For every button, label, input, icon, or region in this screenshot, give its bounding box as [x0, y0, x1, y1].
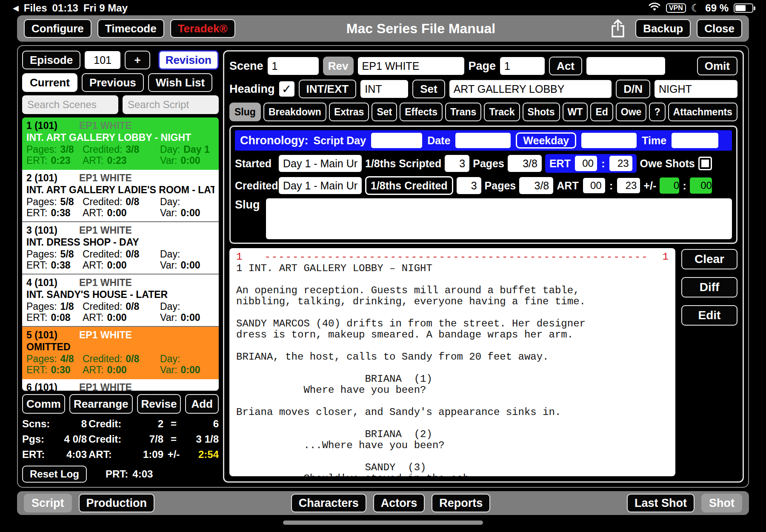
share-export-icon[interactable]	[606, 18, 629, 39]
tab--[interactable]: ?	[649, 103, 665, 121]
slug-textarea[interactable]	[266, 198, 732, 239]
scene-list-item[interactable]: 6 (101) EP1 WHITE INT. TAXI CAB - EVENIN…	[22, 379, 219, 391]
episode-button[interactable]: Episode	[22, 51, 80, 69]
variance-minutes-input[interactable]	[690, 177, 712, 194]
comm-button[interactable]: Comm	[22, 394, 65, 414]
scene-list-item[interactable]: 1 (101) EP1 WHITE INT. ART GALLERY LOBBY…	[22, 117, 219, 170]
add-episode-button[interactable]: +	[125, 51, 150, 69]
scene-list-item[interactable]: 3 (101) EP1 WHITE INT. DRESS SHOP - DAY …	[22, 222, 219, 275]
pages-credited-label: Pages	[485, 180, 516, 192]
scene-item-number: 6 (101)	[26, 382, 67, 391]
tab-previous[interactable]: Previous	[82, 73, 144, 92]
tab-slug[interactable]: Slug	[229, 103, 261, 121]
revision-color-input[interactable]	[358, 57, 464, 75]
owe-shots-checkbox[interactable]	[698, 157, 712, 170]
day-night-input[interactable]	[655, 80, 737, 98]
last-shot-button[interactable]: Last Shot	[627, 494, 695, 512]
credited-label: Credited	[235, 180, 275, 192]
revise-button[interactable]: Revise	[137, 394, 181, 414]
int-ext-input[interactable]	[360, 80, 408, 98]
scene-list-item[interactable]: 4 (101) EP1 WHITE INT. SANDY'S HOUSE - L…	[22, 275, 219, 327]
tab-owe[interactable]: Owe	[616, 103, 647, 121]
search-script-input[interactable]	[123, 95, 219, 114]
tab-current[interactable]: Current	[22, 73, 77, 92]
backup-button[interactable]: Backup	[635, 19, 691, 38]
add-scene-button[interactable]: Add	[185, 394, 219, 414]
revision-button[interactable]: Revision	[158, 50, 219, 70]
weekday-input[interactable]	[581, 133, 637, 148]
chronology-label: Chronology:	[240, 134, 308, 147]
int-ext-button[interactable]: INT/EXT	[299, 80, 357, 98]
pages-scripted-input[interactable]	[508, 155, 542, 172]
diff-button[interactable]: Diff	[681, 277, 737, 297]
day-night-button[interactable]: D/N	[616, 80, 650, 98]
tab-effects[interactable]: Effects	[400, 103, 443, 121]
started-unit-input[interactable]	[279, 155, 362, 172]
close-button[interactable]: Close	[697, 19, 742, 38]
variance-hours-input[interactable]	[660, 177, 679, 194]
tab-wish-list[interactable]: Wish List	[148, 73, 212, 92]
scene-list[interactable]: 1 (101) EP1 WHITE INT. ART GALLERY LOBBY…	[22, 117, 219, 391]
omit-button[interactable]: Omit	[697, 57, 737, 75]
episode-number-input[interactable]	[85, 51, 120, 69]
edit-button[interactable]: Edit	[681, 305, 737, 326]
production-button[interactable]: Production	[79, 494, 155, 512]
back-to-app-icon[interactable]: ◀	[13, 3, 19, 13]
page-number-input[interactable]	[500, 57, 545, 75]
art-hours-input[interactable]	[583, 178, 605, 193]
clear-button[interactable]: Clear	[681, 249, 737, 269]
ert-minutes-input[interactable]	[609, 156, 632, 171]
tab-wt[interactable]: WT	[563, 103, 588, 121]
configure-button[interactable]: Configure	[24, 19, 91, 38]
tab-set[interactable]: Set	[372, 103, 397, 121]
heading-checkbox[interactable]: ✓	[279, 81, 294, 97]
status-time: 01:13	[52, 2, 78, 14]
actors-button[interactable]: Actors	[373, 494, 425, 512]
eighths-credited-button[interactable]: 1/8ths Credited	[365, 176, 453, 195]
ert-hours-input[interactable]	[575, 156, 597, 171]
tab-trans[interactable]: Trans	[445, 103, 481, 121]
act-input[interactable]	[586, 57, 665, 75]
set-input[interactable]	[449, 80, 612, 98]
eighths-credited-input[interactable]	[457, 177, 481, 194]
reports-button[interactable]: Reports	[432, 494, 490, 512]
date-label: Date	[427, 134, 450, 147]
scene-list-item[interactable]: 5 (101) EP1 WHITE OMITTED Pages:4/8 Cred…	[22, 327, 219, 379]
shot-button[interactable]: Shot	[701, 494, 742, 512]
scene-number-input[interactable]	[268, 57, 319, 75]
pages-credited-input[interactable]	[519, 177, 553, 194]
script-mode-button[interactable]: Script	[24, 494, 72, 512]
scene-item-number: 2 (101)	[26, 172, 67, 183]
plus-minus-label: +/-	[643, 180, 656, 192]
characters-button[interactable]: Characters	[291, 494, 366, 512]
weekday-button[interactable]: Weekday	[516, 132, 576, 149]
reset-log-button[interactable]: Reset Log	[22, 466, 87, 483]
time-input[interactable]	[672, 133, 718, 148]
script-line: Should've stayed in the cab.	[236, 473, 669, 476]
timecode-button[interactable]: Timecode	[97, 19, 164, 38]
script-day-input[interactable]	[371, 133, 422, 148]
tab-shots[interactable]: Shots	[523, 103, 560, 121]
set-button[interactable]: Set	[412, 80, 445, 98]
battery-percent: 69 %	[705, 2, 729, 14]
scene-item-stats-2: ERT:0:38 ART:0:00 Var:0:00	[26, 260, 214, 271]
home-indicator[interactable]	[283, 521, 483, 525]
act-button[interactable]: Act	[549, 57, 582, 75]
back-to-app-label[interactable]: Files	[24, 2, 47, 14]
rev-button[interactable]: Rev	[323, 57, 354, 75]
tab-extras[interactable]: Extras	[329, 103, 369, 121]
eighths-scripted-input[interactable]	[445, 155, 469, 172]
tab-attachments[interactable]: Attachments	[668, 103, 737, 121]
status-date: Fri 9 May	[83, 2, 128, 14]
scene-list-item[interactable]: 2 (101) EP1 WHITE INT. ART GALLERY LADIE…	[22, 170, 219, 222]
tab-breakdown[interactable]: Breakdown	[263, 103, 326, 121]
art-minutes-input[interactable]	[617, 178, 640, 193]
teradek-button[interactable]: Teradek®	[170, 19, 235, 38]
credited-unit-input[interactable]	[279, 177, 362, 194]
rearrange-button[interactable]: Rearrange	[69, 394, 133, 414]
search-scenes-input[interactable]	[22, 95, 118, 114]
tab-track[interactable]: Track	[484, 103, 520, 121]
tab-ed[interactable]: Ed	[590, 103, 613, 121]
date-input[interactable]	[455, 133, 511, 148]
totals-value: 6	[184, 418, 219, 430]
